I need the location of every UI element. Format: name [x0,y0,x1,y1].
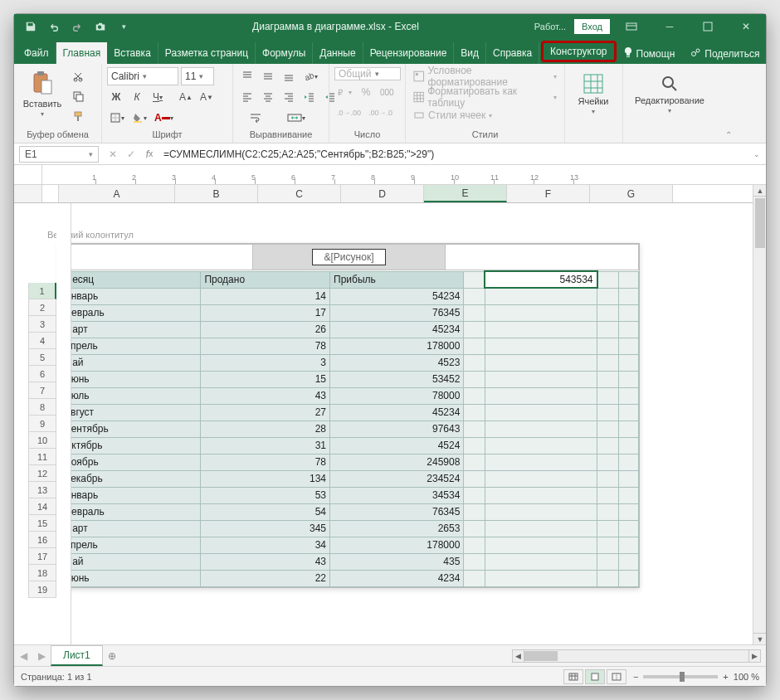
sheet-tab[interactable]: Лист1 [51,645,103,666]
zoom-in-icon[interactable]: + [723,672,728,682]
rows-area[interactable]: 12345678910111213141516171819 Верхний ко… [14,203,753,644]
tab-insert[interactable]: Вставка [107,42,158,64]
tab-formulas[interactable]: Формулы [256,42,313,64]
align-middle-icon[interactable] [259,67,277,85]
tell-me-button[interactable]: Помощн [618,43,680,64]
font-color-button[interactable]: A▾ [152,109,176,127]
account-mode[interactable]: Работ... [531,20,569,33]
wrap-text-icon[interactable] [238,109,273,127]
tab-design[interactable]: Конструктор [541,41,616,62]
font-family-combo[interactable]: Calibri▾ [107,67,178,85]
formula-cancel-icon[interactable]: ✕ [104,145,122,163]
col-header[interactable]: B [175,185,258,202]
share-button[interactable]: Поделиться [685,43,764,64]
tab-home[interactable]: Главная [56,42,108,64]
underline-button[interactable]: Ч ▾ [149,88,167,106]
ribbon-options-icon[interactable] [615,14,648,39]
bold-button[interactable]: Ж [107,88,125,106]
redo-icon[interactable] [67,17,87,36]
cut-icon[interactable] [69,67,87,85]
zoom-value[interactable]: 100 % [734,672,759,682]
tab-review[interactable]: Рецензирование [363,42,455,64]
expand-formula-icon[interactable]: ⌄ [748,145,766,163]
align-right-icon[interactable] [280,88,298,106]
col-header[interactable]: A [59,185,175,202]
save-icon[interactable] [21,17,41,36]
view-page-layout-icon[interactable] [585,669,605,684]
tab-view[interactable]: Вид [454,42,486,64]
copy-icon[interactable] [69,87,87,105]
collapse-ribbon-icon[interactable]: ⌃ [721,64,736,143]
header-box[interactable]: &[Рисунок] [60,244,639,270]
row-header[interactable]: 3 [28,316,56,333]
zoom-control[interactable]: − + 100 % [633,672,759,682]
name-box[interactable]: E1▾ [19,146,99,163]
formula-input[interactable]: =СУММЕСЛИМН(C2:C25;A2:A25;"Сентябрь";B2:… [158,148,748,160]
tab-file[interactable]: Файл [17,42,56,64]
merge-center-icon[interactable]: ▾ [275,109,317,127]
maximize-icon[interactable] [691,14,724,39]
cells-button[interactable]: Ячейки ▾ [570,67,617,120]
formula-accept-icon[interactable]: ✓ [122,145,140,163]
font-size-combo[interactable]: 11▾ [181,67,214,85]
row-header[interactable]: 7 [28,382,56,399]
percent-format-icon[interactable]: % [357,83,375,101]
row-header[interactable]: 18 [28,565,56,581]
row-header[interactable]: 12 [28,465,56,482]
align-left-icon[interactable] [238,88,256,106]
camera-icon[interactable] [90,17,110,36]
data-table[interactable]: МесяцПроданоПрибыль543534Январь1454234Фе… [60,270,639,587]
row-header[interactable]: 11 [28,449,56,465]
col-header[interactable]: G [590,185,673,202]
accounting-format-icon[interactable]: ₽▾ [334,83,354,101]
login-button[interactable]: Вход [574,19,610,34]
minimize-icon[interactable]: ─ [653,14,686,39]
zoom-out-icon[interactable]: − [633,672,638,682]
row-header[interactable]: 1 [28,283,56,299]
decrease-indent-icon[interactable] [300,88,319,106]
select-all-corner[interactable] [14,185,42,202]
row-header[interactable]: 13 [28,482,56,498]
align-top-icon[interactable] [238,67,256,85]
row-header[interactable]: 4 [28,333,56,349]
align-bottom-icon[interactable] [280,67,298,85]
view-normal-icon[interactable] [563,669,583,684]
conditional-formatting-button[interactable]: Условное форматирование ▾ [411,67,559,85]
row-header[interactable]: 15 [28,515,56,532]
col-header[interactable]: F [507,185,590,202]
number-format-combo[interactable]: Общий▾ [334,67,401,80]
row-header[interactable]: 2 [28,299,56,316]
col-header[interactable]: C [258,185,341,202]
format-as-table-button[interactable]: Форматировать как таблицу ▾ [411,88,559,106]
format-painter-icon[interactable] [69,107,87,125]
row-header[interactable]: 14 [28,498,56,515]
italic-button[interactable]: К [128,88,146,106]
qat-dropdown-icon[interactable]: ▾ [114,17,134,36]
row-header[interactable]: 8 [28,399,56,416]
fx-icon[interactable]: fx [140,145,158,163]
row-header[interactable]: 19 [28,581,56,598]
row-header[interactable]: 6 [28,366,56,382]
vertical-scrollbar[interactable]: ▲ ▼ [753,185,766,644]
row-header[interactable]: 9 [28,416,56,432]
decrease-font-icon[interactable]: A▼ [197,88,216,106]
header-center-cell[interactable]: &[Рисунок] [253,245,446,270]
undo-icon[interactable] [44,17,64,36]
view-page-break-icon[interactable] [607,669,626,684]
fill-color-button[interactable]: ▾ [129,109,149,127]
align-center-icon[interactable] [259,88,277,106]
orientation-icon[interactable]: ab▾ [300,67,320,85]
col-header[interactable]: E [424,185,507,202]
zoom-slider[interactable] [643,675,718,678]
decrease-decimal-icon[interactable]: .00→.0 [366,104,395,122]
close-icon[interactable]: ✕ [729,14,763,39]
tab-page-layout[interactable]: Разметка страниц [158,42,256,64]
comma-format-icon[interactable]: 000 [378,83,397,101]
sheet-nav-prev-icon[interactable]: ◀ [14,647,32,665]
tab-data[interactable]: Данные [313,42,363,64]
editing-button[interactable]: Редактирование ▾ [628,67,711,120]
row-header[interactable]: 17 [28,548,56,565]
row-header[interactable]: 10 [28,432,56,449]
row-header[interactable]: 16 [28,532,56,548]
new-sheet-icon[interactable]: ⊕ [103,647,121,665]
